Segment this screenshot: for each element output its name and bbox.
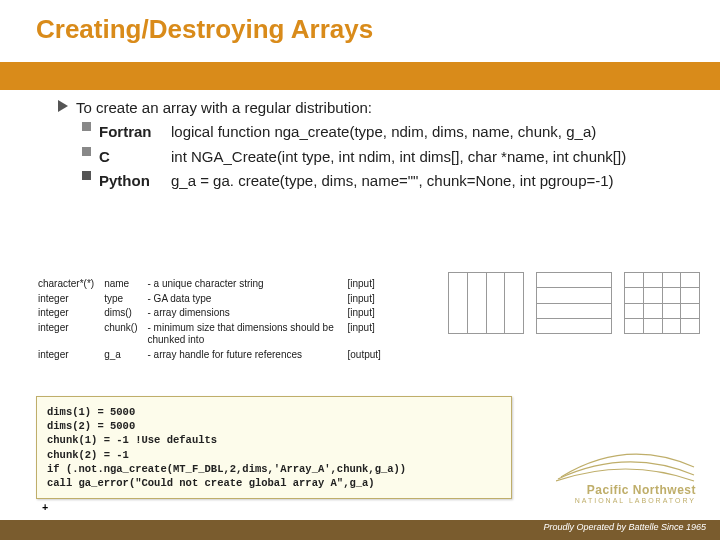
bullet-triangle-icon xyxy=(58,100,68,112)
grid-rows-icon xyxy=(536,272,612,334)
code-example: dims(1) = 5000 dims(2) = 5000 chunk(1) =… xyxy=(36,396,512,499)
lang-label: C xyxy=(99,147,171,167)
table-row: integerchunk()- minimum size that dimens… xyxy=(38,322,389,347)
swoosh-icon xyxy=(556,447,696,483)
logo-subtext: NATIONAL LABORATORY xyxy=(556,497,696,504)
intro-text: To create an array with a regular distri… xyxy=(76,99,372,116)
lang-signature: logical function nga_create(type, ndim, … xyxy=(171,122,698,142)
table-row: character*(*)name- a unique character st… xyxy=(38,278,389,291)
main-content: To create an array with a regular distri… xyxy=(58,98,698,191)
footer-bar: Proudly Operated by Battelle Since 1965 xyxy=(0,520,720,540)
lang-signature: g_a = ga. create(type, dims, name="", ch… xyxy=(171,171,698,191)
bullet-square-icon xyxy=(82,171,91,180)
lang-label: Python xyxy=(99,171,171,191)
code-line: chunk(1) = -1 !Use defaults xyxy=(47,433,501,447)
lang-signature: int NGA_Create(int type, int ndim, int d… xyxy=(171,147,698,167)
code-line: call ga_error("Could not create global a… xyxy=(47,476,501,490)
grid-blocks-icon xyxy=(624,272,700,334)
code-continuation-marker: + xyxy=(42,502,48,514)
table-row: integerg_a- array handle for future refe… xyxy=(38,349,389,362)
lang-label: Fortran xyxy=(99,122,171,142)
code-line: if (.not.nga_create(MT_F_DBL,2,dims,'Arr… xyxy=(47,462,501,476)
grid-columns-icon xyxy=(448,272,524,334)
footer-text: Proudly Operated by Battelle Since 1965 xyxy=(543,522,706,532)
accent-bar xyxy=(0,62,720,90)
slide-title: Creating/Destroying Arrays xyxy=(36,14,373,45)
code-line: dims(1) = 5000 xyxy=(47,405,501,419)
parameter-table: character*(*)name- a unique character st… xyxy=(36,276,391,363)
bullet-square-icon xyxy=(82,147,91,156)
lab-logo: Pacific Northwest NATIONAL LABORATORY xyxy=(556,447,696,504)
logo-text: Pacific Northwest xyxy=(556,483,696,497)
code-line: chunk(2) = -1 xyxy=(47,448,501,462)
table-row: integerdims()- array dimensions[input] xyxy=(38,307,389,320)
table-row: integertype- GA data type[input] xyxy=(38,293,389,306)
code-line: dims(2) = 5000 xyxy=(47,419,501,433)
bullet-square-icon xyxy=(82,122,91,131)
distribution-diagrams xyxy=(448,272,700,334)
